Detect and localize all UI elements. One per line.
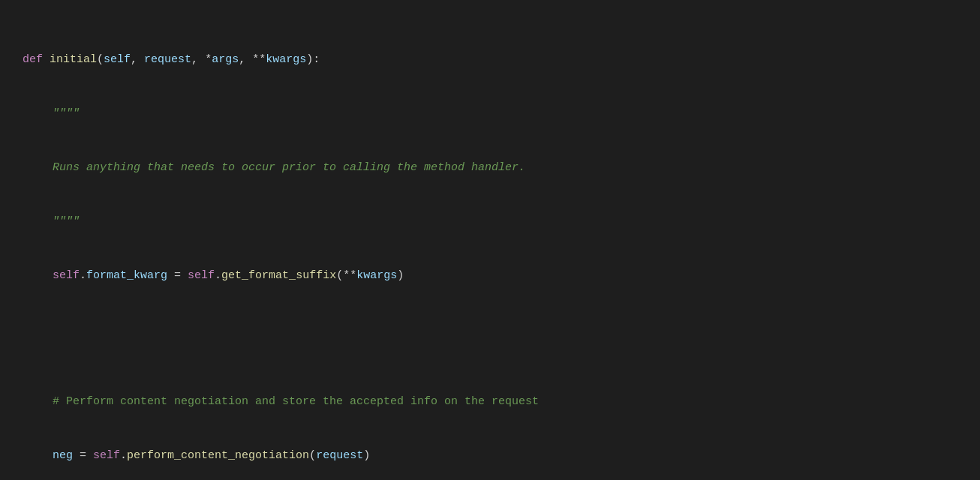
perform-content-negotiation: perform_content_negotiation [127, 449, 309, 462]
param-args: args [212, 53, 239, 66]
get-format-suffix: get_format_suffix [221, 269, 336, 282]
request-ref1: request [316, 449, 363, 462]
doc-text: Runs anything that needs to occur prior … [53, 161, 525, 174]
neg-line: neg = self.perform_content_negotiation(r… [23, 447, 957, 465]
kwargs-ref: kwargs [356, 269, 397, 282]
doc-open: """" [53, 107, 80, 120]
dot1: . [80, 269, 86, 282]
colon: ): [306, 53, 320, 66]
docstring-close: """" [23, 213, 957, 231]
docstring-open: """" [23, 105, 957, 123]
paren-kwargs: (** [336, 269, 356, 282]
close-paren1: ) [397, 269, 404, 282]
paren-req1: ( [309, 449, 316, 462]
eq2: = [73, 449, 93, 462]
doc-close: """" [53, 215, 80, 228]
dstar: ** [252, 53, 266, 66]
dot3: . [120, 449, 127, 462]
param-request: request [144, 53, 191, 66]
self-kw-3: self [93, 449, 120, 462]
self-kw-1: self [53, 269, 80, 282]
format-kwarg-line: self.format_kwarg = self.get_format_suff… [23, 267, 957, 285]
line-def: def initial(self, request, *args, **kwar… [23, 51, 957, 69]
function-name: initial [50, 53, 97, 66]
param-self: self [104, 53, 131, 66]
param-kwargs: kwargs [266, 53, 306, 66]
keyword-def: def [23, 53, 43, 66]
self-kw-2: self [188, 269, 215, 282]
dot2: . [215, 269, 221, 282]
close-paren2: ) [363, 449, 370, 462]
code-editor: def initial(self, request, *args, **kwar… [23, 15, 957, 480]
comment-neg-text: # Perform content negotiation and store … [53, 395, 539, 408]
star-args: * [205, 53, 212, 66]
neg-var: neg [53, 449, 73, 462]
docstring-text: Runs anything that needs to occur prior … [23, 159, 957, 177]
format-kwarg: format_kwarg [86, 269, 167, 282]
comment-negotiation: # Perform content negotiation and store … [23, 393, 957, 411]
equals1: = [167, 269, 188, 282]
blank-line-1 [23, 339, 957, 357]
